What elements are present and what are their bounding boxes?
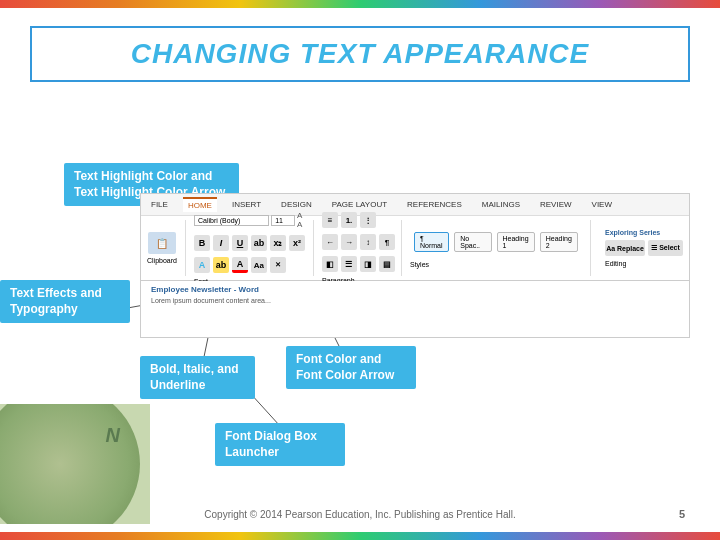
text-effects-button[interactable]: A	[194, 257, 210, 273]
page-number: 5	[679, 508, 685, 520]
underline-button[interactable]: U	[232, 235, 248, 251]
editing-group: Exploring Series Aa Replace ☰ Select Edi…	[599, 229, 683, 267]
style-no-spacing[interactable]: No Spac..	[454, 232, 491, 252]
callout-font-dialog: Font Dialog Box Launcher	[215, 423, 345, 466]
increase-indent-button[interactable]: →	[341, 234, 357, 250]
paragraph-group: ≡ 1. ⋮ ← → ↕ ¶ ◧ ☰ ◨ ▤	[322, 220, 402, 276]
page-title: CHANGING TEXT APPEARANCE	[131, 38, 590, 69]
copyright-text: Copyright © 2014 Pearson Education, Inc.…	[0, 509, 720, 520]
format-buttons-row: B I U ab x₂ x²	[194, 235, 305, 251]
compass-area: N	[0, 404, 150, 524]
subscript-button[interactable]: x₂	[270, 235, 286, 251]
style-heading1[interactable]: Heading 1	[497, 232, 535, 252]
tab-file[interactable]: FILE	[146, 198, 173, 211]
indent-buttons: ← → ↕ ¶	[322, 234, 395, 250]
multilevel-button[interactable]: ⋮	[360, 212, 376, 228]
styles-list: ¶ Normal No Spac.. Heading 1 Heading 2	[410, 228, 582, 256]
callout-font-color: Font Color and Font Color Arrow	[286, 346, 416, 389]
decrease-indent-button[interactable]: ←	[322, 234, 338, 250]
callout-text-effects: Text Effects and Typography	[0, 280, 130, 323]
clear-formatting-button[interactable]: ✕	[270, 257, 286, 273]
tab-references[interactable]: REFERENCES	[402, 198, 467, 211]
align-left-button[interactable]: ◧	[322, 256, 338, 272]
font-size-buttons[interactable]: A A	[297, 211, 308, 229]
ribbon-content: 📋 Clipboard Calibri (Body) 11 A A B I U …	[141, 216, 689, 281]
callout-bold-italic: Bold, Italic, and Underline	[140, 356, 255, 399]
editing-buttons: Aa Replace ☰ Select	[605, 240, 683, 256]
list-buttons: ≡ 1. ⋮	[322, 212, 376, 228]
paste-icon[interactable]: 📋	[148, 232, 176, 254]
tab-home[interactable]: HOME	[183, 197, 217, 212]
select-button[interactable]: ☰ Select	[648, 240, 683, 256]
styles-group: ¶ Normal No Spac.. Heading 1 Heading 2 S…	[410, 220, 591, 276]
clipboard-group: 📋 Clipboard	[147, 220, 186, 276]
color-buttons-row: A ab A Aa ✕	[194, 257, 286, 273]
compass-north: N	[106, 424, 120, 447]
tab-mailings[interactable]: MAILINGS	[477, 198, 525, 211]
clipboard-label: Clipboard	[147, 257, 177, 264]
font-name-row: Calibri (Body) 11 A A	[194, 211, 308, 229]
tab-review[interactable]: REVIEW	[535, 198, 577, 211]
tab-design[interactable]: DESIGN	[276, 198, 317, 211]
alignment-buttons: ◧ ☰ ◨ ▤	[322, 256, 395, 272]
superscript-button[interactable]: x²	[289, 235, 305, 251]
bold-button[interactable]: B	[194, 235, 210, 251]
bottom-color-bar	[0, 532, 720, 540]
main-content: CHANGING TEXT APPEARANCE Text Highlight …	[0, 8, 720, 532]
exploring-series-label: Exploring Series	[605, 229, 660, 236]
tab-page-layout[interactable]: PAGE LAYOUT	[327, 198, 392, 211]
sort-button[interactable]: ↕	[360, 234, 376, 250]
font-name-input[interactable]: Calibri (Body)	[194, 215, 269, 226]
style-heading2[interactable]: Heading 2	[540, 232, 578, 252]
doc-text-2: Lorem ipsum document content area...	[151, 297, 679, 304]
font-size-input[interactable]: 11	[271, 215, 295, 226]
align-right-button[interactable]: ◨	[360, 256, 376, 272]
tab-insert[interactable]: INSERT	[227, 198, 266, 211]
font-group: Calibri (Body) 11 A A B I U ab x₂ x² A	[194, 220, 314, 276]
numbering-button[interactable]: 1.	[341, 212, 357, 228]
align-center-button[interactable]: ☰	[341, 256, 357, 272]
style-normal[interactable]: ¶ Normal	[414, 232, 449, 252]
italic-button[interactable]: I	[213, 235, 229, 251]
word-screenshot: FILE HOME INSERT DESIGN PAGE LAYOUT REFE…	[140, 193, 690, 338]
styles-group-label: Styles	[410, 261, 429, 268]
text-highlight-button[interactable]: ab	[213, 257, 229, 273]
editing-group-label: Editing	[605, 260, 626, 267]
tab-view[interactable]: VIEW	[587, 198, 617, 211]
doc-text-1: Employee Newsletter - Word	[151, 285, 679, 294]
show-formatting-button[interactable]: ¶	[379, 234, 395, 250]
bullets-button[interactable]: ≡	[322, 212, 338, 228]
compass-circle	[0, 404, 140, 524]
justify-button[interactable]: ▤	[379, 256, 395, 272]
strikethrough-button[interactable]: ab	[251, 235, 267, 251]
replace-button[interactable]: Aa Replace	[605, 240, 645, 256]
title-box: CHANGING TEXT APPEARANCE	[30, 26, 690, 82]
word-doc-area: Employee Newsletter - Word Lorem ipsum d…	[141, 281, 689, 337]
font-color-button[interactable]: A	[232, 257, 248, 273]
change-case-button[interactable]: Aa	[251, 257, 267, 273]
top-color-bar	[0, 0, 720, 8]
